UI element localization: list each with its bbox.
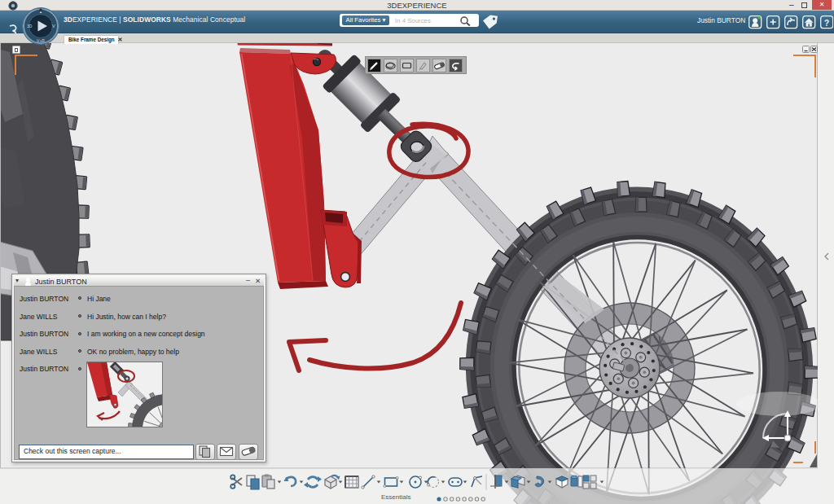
svg-text:3D: 3D	[27, 24, 33, 28]
svg-text:V: V	[52, 24, 55, 28]
svg-text:▲: ▲	[39, 10, 42, 14]
svg-text:V+R: V+R	[37, 38, 45, 43]
svg-text:?: ?	[824, 19, 829, 28]
